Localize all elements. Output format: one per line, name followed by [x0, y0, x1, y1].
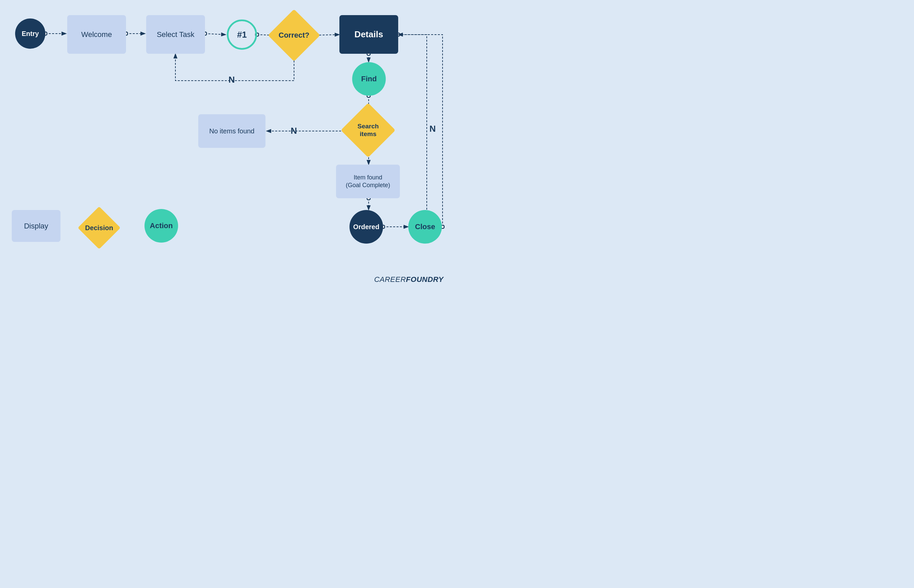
- select-task-label: Select Task: [157, 30, 194, 39]
- diagram-container: Entry Welcome Select Task #1 Correct? De…: [0, 0, 457, 294]
- careerfoundry-logo: CAREERFOUNDRY: [374, 275, 444, 284]
- select-task-node: Select Task: [146, 15, 205, 54]
- entry-label: Entry: [21, 30, 39, 38]
- svg-line-7: [205, 34, 225, 35]
- correct-node: Correct?: [268, 9, 320, 61]
- correct-n-label: N: [228, 74, 235, 85]
- close-node: Close: [408, 210, 442, 244]
- no-items-found-label: No items found: [209, 128, 255, 135]
- item-found-label: Item found(Goal Complete): [346, 174, 390, 189]
- right-n-label: N: [430, 124, 436, 134]
- hash1-label: #1: [237, 29, 247, 40]
- search-items-label: Searchitems: [357, 123, 379, 138]
- item-found-node: Item found(Goal Complete): [336, 165, 400, 198]
- logo-foundry: FOUNDRY: [406, 275, 444, 284]
- search-n-label: N: [291, 126, 297, 136]
- ordered-label: Ordered: [353, 223, 379, 231]
- find-node: Find: [352, 62, 386, 96]
- welcome-label: Welcome: [81, 30, 112, 39]
- search-items-node: Searchitems: [341, 103, 396, 158]
- logo-career: CAREER: [374, 275, 406, 284]
- legend-decision-wrap: Decision: [79, 208, 119, 248]
- entry-node: Entry: [15, 18, 45, 49]
- correct-label: Correct?: [279, 31, 310, 40]
- close-label: Close: [415, 223, 435, 231]
- welcome-node: Welcome: [67, 15, 126, 54]
- legend-decision-label: Decision: [85, 224, 113, 232]
- legend-action-node: Action: [144, 209, 178, 242]
- details-node: Details: [339, 15, 398, 54]
- legend-action-label: Action: [150, 221, 173, 230]
- legend-display-label: Display: [24, 222, 48, 231]
- find-label: Find: [361, 74, 377, 83]
- ordered-node: Ordered: [349, 210, 383, 244]
- no-items-found-node: No items found: [198, 114, 265, 148]
- hash1-node: #1: [227, 19, 257, 50]
- details-label: Details: [355, 29, 383, 40]
- legend-display-node: Display: [12, 210, 60, 242]
